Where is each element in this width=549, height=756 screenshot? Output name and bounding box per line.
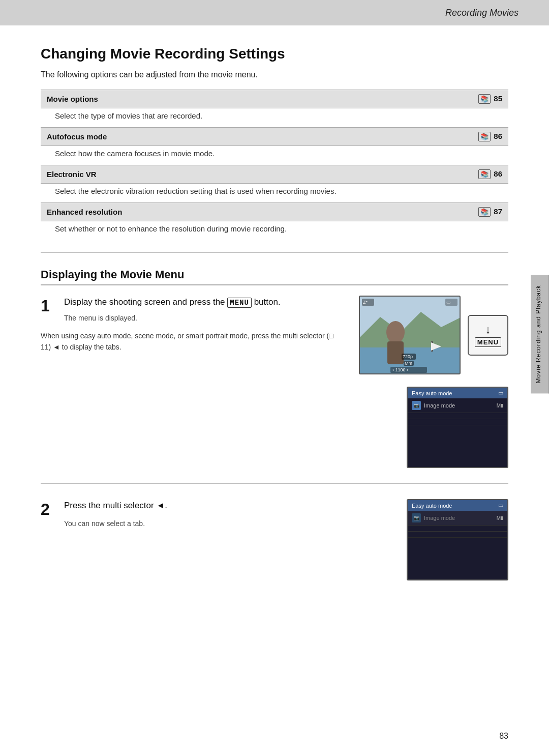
camera-screen-illustration: Z* ▭ 720p Mm ‹ 1100 ›	[359, 296, 461, 374]
step1-desc: The menu is displayed.	[64, 314, 344, 322]
svg-text:720p: 720p	[403, 354, 413, 359]
table-row: Select the electronic vibration reductio…	[41, 184, 508, 203]
table-row: Electronic VR 📚 86	[41, 165, 508, 184]
step1-number: 1	[41, 298, 50, 314]
easy-auto-screen1: Easy auto mode ▭ 📷 Image mode MⅡ	[407, 387, 508, 468]
step2-number: 2	[41, 501, 50, 517]
intro-text: The following options can be adjusted fr…	[41, 70, 508, 79]
menu-button-text: MENU	[475, 337, 501, 347]
svg-point-3	[386, 321, 405, 343]
step1-container: 1 Display the shooting screen and press …	[41, 296, 508, 374]
empty-row	[408, 544, 507, 550]
easy-auto-row1: 📷 Image mode MⅡ	[408, 398, 507, 413]
option-label: Enhanced resolution	[41, 203, 372, 221]
option-label: Autofocus mode	[41, 128, 372, 146]
table-row: Set whether or not to enhance the resolu…	[41, 221, 508, 241]
table-row: Movie options 📚 85	[41, 90, 508, 108]
easy-auto-screen2: Easy auto mode ▭ 📷 Image mode MⅡ	[407, 499, 508, 580]
option-label: Electronic VR	[41, 165, 372, 184]
svg-text:Z*: Z*	[363, 300, 368, 305]
page-number: 83	[499, 732, 508, 741]
book-icon: 📚	[478, 132, 491, 141]
option-page-ref: 📚 85	[372, 90, 508, 108]
page-main-title: Changing Movie Recording Settings	[41, 46, 508, 62]
book-icon: 📚	[478, 207, 491, 217]
easy-auto-screen1-area: Easy auto mode ▭ 📷 Image mode MⅡ	[41, 387, 508, 468]
down-arrow-icon: ↓	[485, 323, 491, 336]
header-bar: Recording Movies	[0, 0, 549, 25]
camera-icon2: 📷	[412, 513, 421, 522]
table-row: Enhanced resolution 📚 87	[41, 203, 508, 221]
step2-left: 2 Press the multi selector ◄. You can no…	[41, 499, 391, 528]
empty-row	[408, 419, 507, 425]
step1-illustrations: Z* ▭ 720p Mm ‹ 1100 ›	[359, 296, 508, 374]
option-page-ref: 📚 86	[372, 128, 508, 146]
option-label: Movie options	[41, 90, 372, 108]
svg-rect-4	[387, 341, 404, 364]
easy-auto-header2: Easy auto mode ▭	[408, 500, 507, 511]
empty-row	[408, 550, 507, 556]
empty-row	[408, 431, 507, 438]
divider2	[41, 483, 508, 484]
step2-text: Press the multi selector ◄.	[64, 499, 391, 512]
empty-row	[408, 532, 507, 538]
option-desc: Select how the camera focuses in movie m…	[41, 146, 508, 165]
header-title: Recording Movies	[445, 8, 518, 18]
menu-button-illustration: ↓ MENU	[468, 315, 508, 356]
easy-auto-row2: 📷 Image mode MⅡ	[408, 511, 507, 526]
option-page-ref: 📚 86	[372, 165, 508, 184]
empty-row	[408, 526, 507, 532]
main-content: Changing Movie Recording Settings The fo…	[0, 25, 549, 611]
menu-button-label: MENU	[227, 298, 252, 308]
step2-desc: You can now select a tab.	[64, 519, 391, 528]
empty-row	[408, 538, 507, 544]
table-row: Select the type of movies that are recor…	[41, 108, 508, 128]
book-icon: 📚	[478, 94, 491, 104]
empty-row	[408, 425, 507, 431]
step1-left: 1 Display the shooting screen and press …	[41, 296, 344, 353]
table-row: Select how the camera focuses in movie m…	[41, 146, 508, 165]
options-table: Movie options 📚 85 Select the type of mo…	[41, 90, 508, 240]
option-desc: Set whether or not to enhance the resolu…	[41, 221, 508, 241]
easy-auto-header1: Easy auto mode ▭	[408, 388, 507, 398]
section-heading: Displaying the Movie Menu	[41, 268, 508, 285]
svg-text:‹ 1100 ›: ‹ 1100 ›	[392, 367, 408, 372]
book-icon: 📚	[478, 169, 491, 179]
option-page-ref: 📚 87	[372, 203, 508, 221]
divider	[41, 252, 508, 253]
step1-text: Display the shooting screen and press th…	[64, 296, 344, 309]
step1-note: When using easy auto mode, scene mode, o…	[41, 330, 344, 353]
camera-icon: 📷	[412, 401, 421, 410]
table-row: Autofocus mode 📚 86	[41, 128, 508, 146]
empty-row	[408, 413, 507, 419]
svg-text:▭: ▭	[446, 300, 451, 305]
side-tab: Movie Recording and Playback	[531, 275, 549, 393]
option-desc: Select the type of movies that are recor…	[41, 108, 508, 128]
option-desc: Select the electronic vibration reductio…	[41, 184, 508, 203]
svg-text:Mm: Mm	[405, 361, 412, 366]
step2-container: 2 Press the multi selector ◄. You can no…	[41, 499, 508, 580]
empty-row	[408, 438, 507, 444]
